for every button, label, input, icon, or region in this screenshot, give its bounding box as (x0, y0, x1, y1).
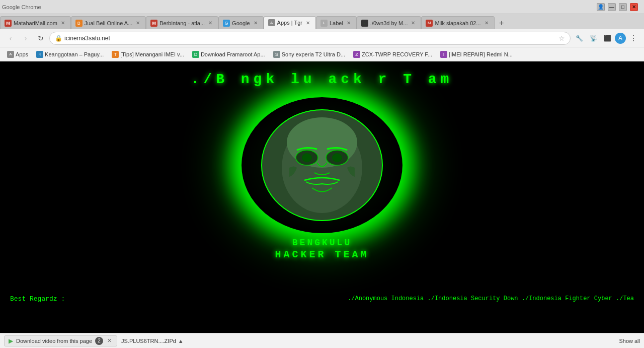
bookmark-tips[interactable]: T [Tips] Menangani IMEI v... (109, 50, 187, 59)
bookmark-apps[interactable]: A Apps (4, 50, 31, 59)
tab-label-owned: ./0wn3d by M... (370, 20, 408, 26)
tab-close-jualbeli[interactable]: ✕ (134, 20, 141, 27)
page-content: ./B ngk lu ack r T am (0, 61, 644, 333)
window-controls: 👤 — □ ✕ (597, 3, 638, 11)
tab-close-label[interactable]: ✕ (345, 20, 352, 27)
tab-close-apps[interactable]: ✕ (304, 19, 311, 26)
tab-apps[interactable]: A Apps | Tgr ✕ (264, 16, 316, 29)
forward-button[interactable]: › (19, 32, 32, 45)
nav-bar: ‹ › ↻ 🔒 icinema3satu.net ☆ 🔧 📡 ⬛ A ⋮ (0, 29, 644, 47)
bookmark-favicon-keanggotaan: K (36, 51, 43, 58)
file-download-item: JS.PLUS6TRN....ZIPd ▲ (121, 338, 184, 344)
bookmark-favicon-zcx: Z (353, 51, 360, 58)
bookmark-sony[interactable]: S Sony experia T2 Ultra D... (270, 50, 348, 59)
tab-favicon-owned: . (361, 20, 368, 27)
new-tab-button[interactable]: + (496, 17, 508, 29)
tab-label-google: Google (232, 20, 250, 26)
minimize-button[interactable]: — (608, 3, 616, 11)
bottom-text-row: Best Regardz : ./Anonymous Indonesia ./I… (0, 295, 644, 303)
tab-favicon-mataharimall: M (5, 20, 12, 27)
tab-favicon-berbintang: M (150, 20, 157, 27)
back-button[interactable]: ‹ (4, 32, 17, 45)
download-count-badge: 2 (95, 337, 103, 345)
bengkulu-label: BENGKULU (292, 238, 352, 248)
tab-favicon-jualbeli: B (75, 20, 83, 27)
tab-label-apps: Apps | Tgr (277, 20, 302, 26)
hacker-title: ./B ngk lu ack r T am (191, 72, 453, 87)
groups-text: ./Anonymous Indonesia ./Indonesia Securi… (348, 295, 634, 303)
tab-close-milk[interactable]: ✕ (483, 20, 490, 27)
reload-button[interactable]: ↻ (34, 32, 47, 45)
tab-close-google[interactable]: ✕ (252, 20, 259, 27)
bookmark-favicon-download: D (192, 51, 199, 58)
lock-icon: 🔒 (55, 35, 62, 42)
tab-label-mataharimall: MatahariMall.com (14, 20, 57, 26)
user-button[interactable]: A (615, 33, 626, 44)
file-expand-icon[interactable]: ▲ (178, 338, 184, 344)
bookmark-zcx[interactable]: Z ZCX-TWRP RECOVERY F... (350, 50, 435, 59)
bookmark-imei[interactable]: I [IMEI REPAIR] Redmi N... (437, 50, 516, 59)
bookmark-star-icon[interactable]: ☆ (558, 34, 565, 42)
cast-button[interactable]: 📡 (587, 32, 600, 45)
menu-button[interactable]: ⋮ (627, 32, 640, 45)
show-all-button[interactable]: Show all (619, 338, 640, 344)
tab-jualbeli[interactable]: B Jual Beli Online A... ✕ (71, 16, 146, 29)
titlebar-text: Google Chrome (2, 4, 41, 10)
anonymous-mask-image (252, 102, 392, 228)
address-bar[interactable]: 🔒 icinema3satu.net ☆ (49, 32, 571, 45)
tab-label-berbintang: Berbintang - atla... (159, 20, 205, 26)
tab-close-berbintang[interactable]: ✕ (207, 20, 214, 27)
bookmark-label-sony: Sony experia T2 Ultra D... (282, 51, 345, 57)
tab-owned[interactable]: . ./0wn3d by M... ✕ (357, 16, 422, 29)
download-bar: ▶ Download video from this page 2 ✕ JS.P… (0, 333, 644, 348)
best-regardz-label: Best Regardz : (10, 295, 65, 303)
tab-google[interactable]: G Google ✕ (218, 16, 263, 29)
tab-close-owned[interactable]: ✕ (410, 20, 417, 27)
file-name-text: JS.PLUS6TRN....ZIPd (121, 338, 176, 344)
download-video-item[interactable]: ▶ Download video from this page 2 ✕ (4, 335, 117, 346)
download-item-close-icon[interactable]: ✕ (106, 337, 113, 344)
bookmark-label-imei: [IMEI REPAIR] Redmi N... (449, 51, 513, 57)
download-video-label: Download video from this page (16, 338, 92, 344)
extensions-button[interactable]: 🔧 (573, 32, 586, 45)
svg-point-5 (302, 153, 312, 162)
hacker-image (236, 95, 408, 236)
bookmark-favicon-apps: A (7, 51, 14, 58)
bookmark-label-keanggotaan: Keanggotaan – Paguy... (45, 51, 104, 57)
tab-milk[interactable]: M Milk siapakah 02... ✕ (421, 16, 494, 29)
tab-favicon-apps: A (268, 19, 275, 26)
bookmark-label-apps: Apps (16, 51, 28, 57)
download-arrow-icon: ▶ (9, 337, 13, 344)
tab-mataharimall[interactable]: M MatahariMall.com ✕ (0, 16, 71, 29)
tabs-bar: M MatahariMall.com ✕ B Jual Beli Online … (0, 14, 644, 29)
tab-favicon-label: L (320, 20, 328, 27)
close-button[interactable]: ✕ (630, 3, 638, 11)
bookmark-favicon-imei: I (440, 51, 447, 58)
bookmark-download[interactable]: D Download Framaroot Ap... (189, 50, 268, 59)
tab-label-label: Label (330, 20, 343, 26)
address-text: icinema3satu.net (64, 35, 556, 42)
bookmarks-bar: A Apps K Keanggotaan – Paguy... T [Tips]… (0, 47, 644, 61)
profile-button[interactable]: 👤 (597, 3, 605, 11)
bookmark-favicon-tips: T (112, 51, 119, 58)
tab-favicon-google: G (223, 20, 230, 27)
bookmark-keanggotaan[interactable]: K Keanggotaan – Paguy... (33, 50, 107, 59)
tab-label-tab[interactable]: L Label ✕ (316, 16, 357, 29)
bookmark-label-zcx: ZCX-TWRP RECOVERY F... (362, 51, 432, 57)
tab-berbintang[interactable]: M Berbintang - atla... ✕ (146, 16, 218, 29)
svg-point-6 (332, 153, 342, 162)
bookmark-label-download: Download Framaroot Ap... (201, 51, 265, 57)
bookmark-favicon-sony: S (273, 51, 280, 58)
nav-right-controls: 🔧 📡 ⬛ A ⋮ (573, 32, 640, 45)
tab-label-milk: Milk siapakah 02... (435, 20, 480, 26)
tab-label-jualbeli: Jual Beli Online A... (85, 20, 132, 26)
browser-titlebar: Google Chrome 👤 — □ ✕ (0, 0, 644, 14)
tab-close-mataharimall[interactable]: ✕ (59, 20, 66, 27)
tab-favicon-milk: M (426, 20, 433, 27)
bookmark-label-tips: [Tips] Menangani IMEI v... (120, 51, 184, 57)
maximize-button[interactable]: □ (619, 3, 627, 11)
apps-button[interactable]: ⬛ (601, 32, 614, 45)
team-label: HACKER TEAM (275, 249, 369, 260)
